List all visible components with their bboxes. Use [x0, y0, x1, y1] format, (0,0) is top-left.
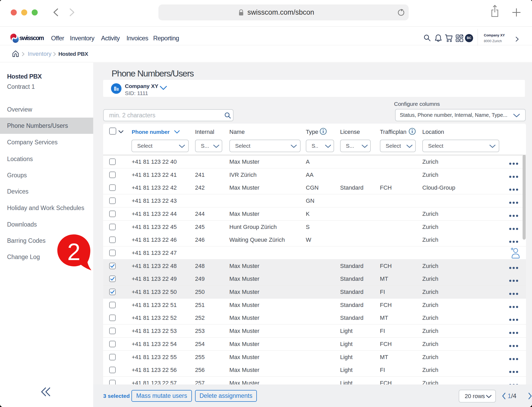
svg-text:2: 2	[67, 239, 80, 265]
